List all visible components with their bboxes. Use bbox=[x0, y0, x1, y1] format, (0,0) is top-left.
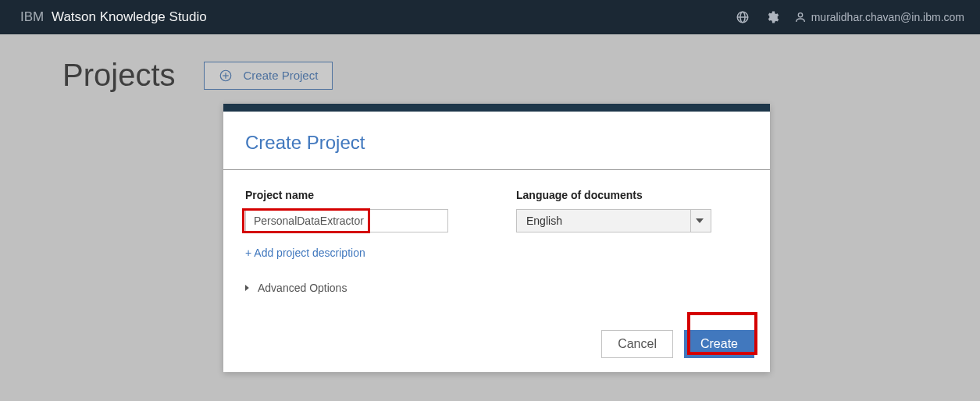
modal-accent-strip bbox=[223, 104, 770, 112]
language-select[interactable]: English bbox=[516, 209, 711, 232]
svg-marker-7 bbox=[245, 285, 249, 291]
app-header: IBM Watson Knowledge Studio muralidhar.c… bbox=[0, 0, 980, 34]
globe-icon[interactable] bbox=[735, 9, 750, 25]
brand-prefix: IBM bbox=[20, 9, 44, 24]
language-value: English bbox=[526, 215, 562, 227]
add-description-link[interactable]: + Add project description bbox=[245, 247, 365, 259]
cancel-label: Cancel bbox=[618, 337, 657, 351]
advanced-options-label: Advanced Options bbox=[258, 282, 347, 294]
brand-product: Watson Knowledge Studio bbox=[52, 9, 207, 24]
create-label: Create bbox=[700, 337, 738, 351]
user-menu[interactable]: muralidhar.chavan@in.ibm.com bbox=[794, 11, 964, 23]
modal-divider bbox=[223, 169, 770, 170]
create-project-modal: Create Project Project name + Add projec… bbox=[223, 104, 770, 372]
user-icon bbox=[794, 11, 807, 23]
language-label: Language of documents bbox=[516, 189, 748, 201]
caret-down-icon bbox=[690, 210, 707, 232]
project-name-label: Project name bbox=[245, 189, 477, 201]
user-email: muralidhar.chavan@in.ibm.com bbox=[811, 11, 964, 23]
brand: IBM Watson Knowledge Studio bbox=[20, 9, 207, 25]
project-name-input[interactable] bbox=[245, 209, 448, 232]
caret-right-icon bbox=[245, 282, 251, 294]
cancel-button[interactable]: Cancel bbox=[601, 330, 673, 358]
gear-icon[interactable] bbox=[764, 9, 780, 25]
advanced-options-toggle[interactable]: Advanced Options bbox=[245, 282, 477, 294]
svg-marker-8 bbox=[696, 218, 704, 223]
svg-point-3 bbox=[798, 13, 802, 17]
modal-title: Create Project bbox=[223, 112, 770, 169]
create-button[interactable]: Create bbox=[684, 330, 754, 358]
